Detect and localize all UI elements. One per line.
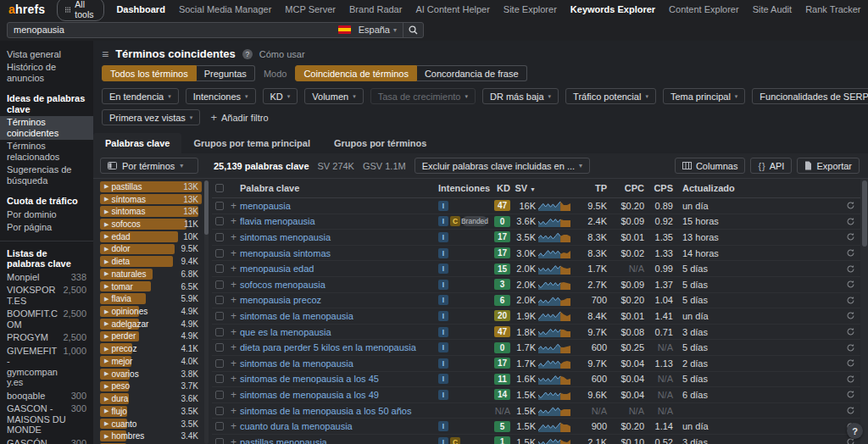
- row-checkbox[interactable]: [215, 391, 224, 399]
- filter-intenciones[interactable]: Intenciones▾: [186, 88, 256, 104]
- mode-concordancia-de-frase[interactable]: Concordancia de frase: [417, 65, 527, 81]
- facet-term-row[interactable]: ▶flavia5.9K: [100, 292, 202, 305]
- facet-term-row[interactable]: ▶hombres3.4K: [100, 430, 202, 442]
- keyword-list-item[interactable]: BOOMFIT.COM2,500: [0, 308, 93, 331]
- add-to-list-button[interactable]: +: [227, 280, 240, 289]
- segment-preguntas[interactable]: Preguntas: [197, 65, 255, 81]
- facet-term-row[interactable]: ▶pastillas13K: [100, 180, 202, 193]
- facet-term-row[interactable]: ▶dura3.6K: [100, 392, 202, 405]
- filter-volumen[interactable]: Volumen▾: [304, 88, 363, 104]
- add-to-list-button[interactable]: +: [227, 359, 240, 368]
- topnav-item-site-explorer[interactable]: Site Explorer: [504, 4, 557, 14]
- topnav-item-ai-content-helper[interactable]: AI Content Helper: [415, 4, 489, 14]
- add-to-list-button[interactable]: +: [227, 375, 240, 383]
- add-to-list-button[interactable]: +: [227, 296, 240, 304]
- by-terms-dropdown[interactable]: Por términos ▾: [100, 158, 198, 174]
- keyword-link[interactable]: sintomas de menopausia a los 45: [240, 374, 438, 384]
- facet-term-row[interactable]: ▶perder4.9K: [100, 330, 202, 343]
- col-header-sv[interactable]: SV▼: [510, 183, 536, 193]
- refresh-button[interactable]: [840, 296, 860, 305]
- facet-term-row[interactable]: ▶cuanto3.5K: [100, 418, 202, 430]
- ahrefs-logo[interactable]: ahrefs: [8, 3, 45, 16]
- sidebar-item-por-dominio[interactable]: Por dominio: [0, 208, 93, 221]
- row-checkbox[interactable]: [215, 438, 224, 444]
- facet-term-row[interactable]: ▶edad10K: [100, 230, 202, 243]
- sidebar-item-términos-coincidentes[interactable]: Términos coincidentes: [0, 116, 93, 140]
- keyword-link[interactable]: sintomas de menopausia a los 49: [240, 390, 438, 400]
- add-to-list-button[interactable]: +: [227, 422, 240, 430]
- add-filter-button[interactable]: + Añadir filtro: [207, 110, 271, 125]
- export-button[interactable]: Exportar: [797, 158, 860, 174]
- facet-term-row[interactable]: ▶precoz4.1K: [100, 342, 202, 355]
- table-row[interactable]: +sintomas de la menopausiaI201.9K8.4K$0.…: [212, 308, 860, 325]
- keyword-link[interactable]: pastillas menopausia: [240, 437, 438, 444]
- col-header-keyword[interactable]: Palabra clave: [240, 183, 438, 193]
- row-checkbox[interactable]: [215, 422, 224, 430]
- refresh-button[interactable]: [840, 232, 860, 241]
- keyword-link[interactable]: sintomas de la menopausia a los 50 años: [240, 406, 438, 416]
- keyword-link[interactable]: cuanto dura la menopausia: [240, 421, 438, 431]
- table-row[interactable]: +dieta para perder 5 kilos en la menopau…: [212, 340, 860, 356]
- refresh-button[interactable]: [840, 217, 860, 226]
- facet-term-row[interactable]: ▶naturales6.8K: [100, 268, 202, 280]
- all-tools-button[interactable]: All tools: [57, 0, 104, 21]
- row-checkbox[interactable]: [215, 217, 224, 225]
- table-row[interactable]: +menopausia sintomasI173.0K8.3K$0.021.33…: [212, 246, 860, 262]
- table-row[interactable]: +menopausia precozI62.0K700$0.201.045 dí…: [212, 293, 860, 309]
- keyword-list-item[interactable]: PROGYM2,500: [0, 331, 93, 345]
- keyword-list-item[interactable]: VIOKSPORT.ES2,500: [0, 284, 93, 308]
- facet-term-row[interactable]: ▶peso3.7K: [100, 380, 202, 393]
- row-checkbox[interactable]: [215, 296, 224, 304]
- keyword-list-item[interactable]: GIVEMEFIT - gymcompany.es1,000: [0, 344, 93, 389]
- topnav-item-mcp-server[interactable]: MCP Server: [285, 4, 336, 14]
- refresh-button[interactable]: [840, 311, 860, 320]
- table-row[interactable]: +que es la menopausiaI471.8K9.7K$0.080.7…: [212, 325, 860, 341]
- tab-grupos-por-tema-principal[interactable]: Grupos por tema principal: [181, 133, 322, 153]
- topnav-item-keywords-explorer[interactable]: Keywords Explorer: [570, 4, 655, 14]
- mode-coincidencia-de-términos[interactable]: Coincidencia de términos: [295, 65, 417, 81]
- keyword-list-item[interactable]: Monpiel338: [0, 270, 93, 284]
- facet-term-row[interactable]: ▶dieta9.4K: [100, 255, 202, 268]
- facet-term-row[interactable]: ▶adelgazar4.9K: [100, 318, 202, 330]
- tab-palabras-clave[interactable]: Palabras clave: [93, 133, 181, 153]
- col-header-intents[interactable]: Intenciones: [438, 183, 487, 193]
- table-row[interactable]: +sintomas de la menopausiaI171.7K9.7K$0.…: [212, 356, 860, 372]
- help-fab-button[interactable]: ?: [847, 423, 863, 439]
- topnav-item-rank-tracker[interactable]: Rank Tracker: [805, 4, 860, 14]
- table-row[interactable]: +sintomas menopausiaI173.5K8.3K$0.011.35…: [212, 230, 860, 246]
- add-to-list-button[interactable]: +: [227, 202, 240, 210]
- keyword-link[interactable]: menopausia precoz: [240, 295, 438, 305]
- table-row[interactable]: +sofocos menopausiaI32.0K2.7K$0.091.375 …: [212, 277, 860, 293]
- refresh-button[interactable]: [840, 248, 860, 258]
- keyword-link[interactable]: sofocos menopausia: [240, 280, 438, 290]
- sidebar-item-términos-relacionados[interactable]: Términos relacionados: [0, 140, 93, 164]
- keyword-link[interactable]: dieta para perder 5 kilos en la menopaus…: [240, 342, 438, 352]
- columns-button[interactable]: Columnas: [675, 158, 746, 174]
- refresh-button[interactable]: [840, 264, 860, 274]
- filter-dr-más-baja[interactable]: DR más baja▾: [482, 88, 559, 104]
- facet-term-row[interactable]: ▶opiniones4.9K: [100, 305, 202, 318]
- refresh-button[interactable]: [840, 390, 860, 399]
- filter-en-tendencia[interactable]: En tendencia▾: [102, 88, 179, 104]
- refresh-button[interactable]: [840, 201, 860, 210]
- refresh-button[interactable]: [840, 406, 860, 415]
- keyword-link[interactable]: que es la menopausia: [240, 327, 438, 337]
- keyword-link[interactable]: menopausia: [240, 201, 438, 211]
- topnav-item-dashboard[interactable]: Dashboard: [116, 4, 164, 14]
- topnav-item-site-audit[interactable]: Site Audit: [753, 4, 792, 14]
- select-all-checkbox[interactable]: [215, 184, 224, 192]
- add-to-list-button[interactable]: +: [227, 343, 240, 352]
- add-to-list-button[interactable]: +: [227, 233, 240, 241]
- keyword-link[interactable]: sintomas menopausia: [240, 232, 438, 242]
- menu-icon[interactable]: ≡: [102, 50, 108, 58]
- col-header-kd[interactable]: KD: [487, 183, 510, 193]
- facet-term-row[interactable]: ▶flujo3.5K: [100, 405, 202, 418]
- add-to-list-button[interactable]: +: [227, 249, 240, 258]
- facet-term-row[interactable]: ▶dolor9.5K: [100, 243, 202, 256]
- table-row[interactable]: +pastillas menopausiaIC11.5K2.1K$0.100.5…: [212, 435, 860, 444]
- filter-primera-vez-vistas[interactable]: Primera vez vistas ▾: [102, 109, 200, 125]
- table-row[interactable]: +flavia menopausiaICBranded03.6K2.4K$0.0…: [212, 214, 860, 230]
- facet-term-row[interactable]: ▶tomar6.5K: [100, 280, 202, 293]
- search-button[interactable]: [403, 23, 423, 37]
- add-to-list-button[interactable]: +: [227, 391, 240, 399]
